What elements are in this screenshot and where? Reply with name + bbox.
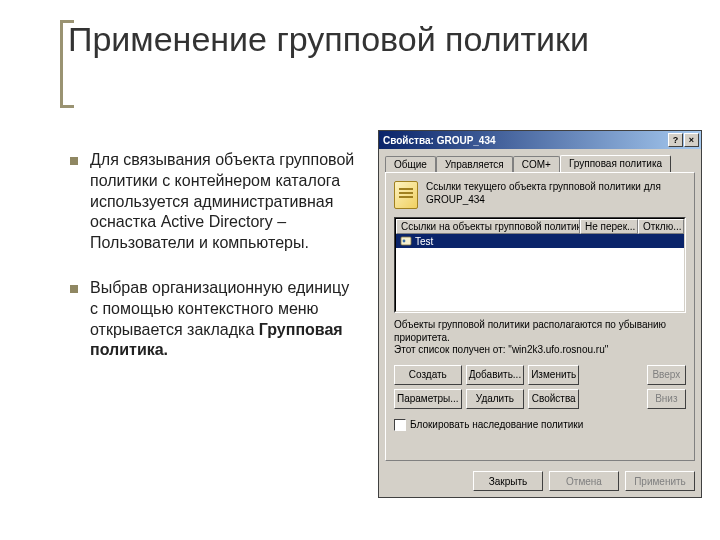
edit-button[interactable]: Изменить bbox=[528, 365, 579, 385]
tab-managed-by[interactable]: Управляется bbox=[436, 156, 513, 173]
col-no-override[interactable]: Не перек... bbox=[580, 219, 638, 234]
create-button[interactable]: Создать bbox=[394, 365, 462, 385]
gpo-document-icon bbox=[394, 181, 418, 209]
gpo-desc-line1: Ссылки текущего объекта групповой полити… bbox=[426, 181, 661, 192]
tab-group-policy[interactable]: Групповая политика bbox=[560, 155, 671, 172]
bullet-1-text: Для связывания объекта групповой политик… bbox=[90, 151, 354, 251]
params-button[interactable]: Параметры... bbox=[394, 389, 462, 409]
tabs-row: Общие Управляется COM+ Групповая политик… bbox=[379, 149, 701, 172]
tab-panel: Ссылки текущего объекта групповой полити… bbox=[385, 172, 695, 461]
info-line1: Объекты групповой политики располагаются… bbox=[394, 319, 666, 343]
cancel-button[interactable]: Отмена bbox=[549, 471, 619, 491]
col-disabled[interactable]: Отклю... bbox=[638, 219, 684, 234]
slide-body: Для связывания объекта групповой политик… bbox=[68, 150, 358, 385]
slide-title: Применение групповой политики bbox=[68, 20, 589, 59]
down-button[interactable]: Вниз bbox=[647, 389, 686, 409]
block-inheritance-checkbox[interactable] bbox=[394, 419, 406, 431]
tab-com-plus[interactable]: COM+ bbox=[513, 156, 560, 173]
properties-button[interactable]: Свойства bbox=[528, 389, 579, 409]
close-button[interactable]: × bbox=[684, 133, 699, 147]
titlebar-text: Свойства: GROUP_434 bbox=[383, 135, 668, 146]
delete-button[interactable]: Удалить bbox=[466, 389, 525, 409]
help-button[interactable]: ? bbox=[668, 133, 683, 147]
list-item-name: Test bbox=[415, 236, 433, 247]
listview-header: Ссылки на объекты групповой политики Не … bbox=[396, 219, 684, 234]
block-inheritance-label: Блокировать наследование политики bbox=[410, 419, 583, 430]
bullet-2: Выбрав организационную единицу с помощью… bbox=[68, 278, 358, 361]
dialog-bottom-buttons: Закрыть Отмена Применить bbox=[379, 467, 701, 497]
info-text: Объекты групповой политики располагаются… bbox=[394, 319, 686, 357]
svg-point-1 bbox=[403, 240, 406, 243]
col-links[interactable]: Ссылки на объекты групповой политики bbox=[396, 219, 580, 234]
gpo-item-icon bbox=[400, 235, 412, 247]
button-grid: Создать Добавить... Изменить Вверх Парам… bbox=[394, 365, 686, 409]
gpo-description: Ссылки текущего объекта групповой полити… bbox=[426, 181, 661, 206]
add-button[interactable]: Добавить... bbox=[466, 365, 525, 385]
apply-button[interactable]: Применить bbox=[625, 471, 695, 491]
block-inheritance-row[interactable]: Блокировать наследование политики bbox=[394, 419, 686, 431]
titlebar[interactable]: Свойства: GROUP_434 ? × bbox=[379, 131, 701, 149]
up-button[interactable]: Вверх bbox=[647, 365, 686, 385]
list-item[interactable]: Test bbox=[396, 234, 684, 248]
info-line2: Этот список получен от: "win2k3.ufo.rosn… bbox=[394, 344, 608, 355]
gpo-listview[interactable]: Ссылки на объекты групповой политики Не … bbox=[394, 217, 686, 313]
bullet-1: Для связывания объекта групповой политик… bbox=[68, 150, 358, 254]
properties-dialog: Свойства: GROUP_434 ? × Общие Управляетс… bbox=[378, 130, 702, 498]
gpo-desc-line2: GROUP_434 bbox=[426, 194, 485, 205]
tab-general[interactable]: Общие bbox=[385, 156, 436, 173]
svg-rect-0 bbox=[401, 237, 411, 245]
close-dialog-button[interactable]: Закрыть bbox=[473, 471, 543, 491]
